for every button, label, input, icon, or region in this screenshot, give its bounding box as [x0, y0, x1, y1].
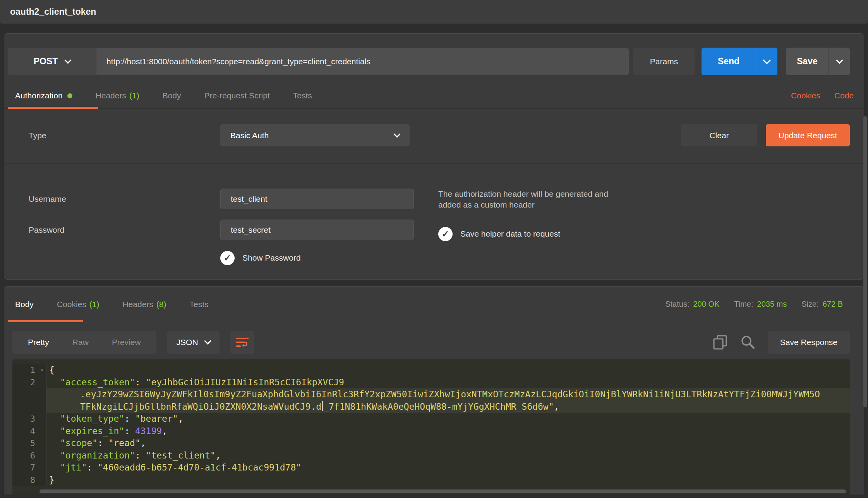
response-tabs: Body Cookies (1) Headers (8) Tests Statu…	[4, 287, 864, 322]
fold-caret-icon[interactable]: ▾	[40, 364, 44, 377]
password-label: Password	[14, 225, 220, 235]
time-value: 2035 ms	[757, 300, 787, 309]
wrap-text-icon	[236, 337, 249, 348]
time-label: Time:	[734, 300, 753, 309]
url-input[interactable]	[96, 48, 629, 75]
tab-response-cookies[interactable]: Cookies (1)	[56, 287, 100, 322]
code-line: 2"access_token": "eyJhbGciOiJIUzI1NiIsIn…	[12, 376, 850, 389]
tab-count: (1)	[129, 91, 139, 100]
save-helper-checkbox[interactable]	[438, 227, 453, 241]
send-options-button[interactable]	[756, 48, 777, 75]
size-value: 672 B	[823, 300, 843, 309]
username-field[interactable]	[220, 189, 414, 209]
tab-label: Headers	[96, 91, 126, 100]
send-button[interactable]: Send	[702, 48, 756, 75]
show-password-label: Show Password	[242, 253, 301, 263]
auth-helper-note: The authorization header will be generat…	[438, 189, 624, 211]
url-row: POST Params Send Save	[4, 34, 864, 83]
params-button[interactable]: Params	[633, 48, 695, 75]
request-links: Cookies Code	[791, 91, 854, 100]
method-dropdown[interactable]: POST	[8, 48, 96, 75]
tab-tests[interactable]: Tests	[292, 83, 313, 108]
copy-icon	[713, 335, 727, 350]
show-password-row: Show Password	[220, 251, 438, 265]
code-link[interactable]: Code	[834, 91, 854, 100]
chevron-down-icon	[763, 56, 771, 64]
tab-body[interactable]: Body	[162, 83, 182, 108]
view-pretty[interactable]: Pretty	[16, 338, 61, 347]
chevron-down-icon	[65, 57, 72, 64]
save-response-button[interactable]: Save Response	[768, 331, 850, 354]
type-label: Type	[14, 131, 220, 140]
tab-response-headers[interactable]: Headers (8)	[122, 287, 167, 322]
format-dropdown[interactable]: JSON	[167, 331, 220, 354]
code-line: TFkNzgiLCJjbGllbnRfaWQiOiJ0ZXN0X2NsaWVud…	[12, 401, 850, 413]
auth-configured-dot	[67, 93, 72, 98]
show-password-checkbox[interactable]	[220, 251, 235, 265]
chevron-down-icon	[836, 57, 843, 64]
view-preview[interactable]: Preview	[100, 338, 153, 347]
search-response-button[interactable]	[740, 334, 756, 350]
tab-label: Tests	[293, 91, 312, 100]
vertical-scrollbar[interactable]	[863, 116, 867, 407]
response-panel: Body Cookies (1) Headers (8) Tests Statu…	[4, 286, 864, 495]
clear-button[interactable]: Clear	[681, 124, 757, 146]
tab-pre-request-script[interactable]: Pre-request Script	[204, 83, 271, 108]
password-field[interactable]	[220, 220, 414, 240]
request-title-bar: oauth2_client_token	[0, 0, 868, 24]
code-line: 1▾{	[12, 364, 850, 376]
copy-response-button[interactable]	[712, 334, 728, 350]
save-options-button[interactable]	[829, 48, 850, 75]
wrap-text-button[interactable]	[230, 331, 254, 354]
response-body-editor[interactable]: 1▾{2"access_token": "eyJhbGciOiJIUzI1NiI…	[12, 359, 850, 495]
tab-response-body[interactable]: Body	[14, 287, 34, 322]
tab-authorization[interactable]: Authorization	[14, 83, 73, 108]
view-raw[interactable]: Raw	[61, 338, 100, 347]
chevron-down-icon	[204, 337, 211, 344]
send-button-group: Send	[702, 48, 777, 75]
tab-response-tests[interactable]: Tests	[189, 287, 209, 322]
url-group: POST	[8, 48, 629, 75]
code-lines: 1▾{2"access_token": "eyJhbGciOiJIUzI1NiI…	[12, 359, 850, 486]
line-number: 1▾	[12, 364, 46, 376]
tab-label: Body	[163, 91, 181, 100]
response-toolbar: Pretty Raw Preview JSON	[4, 331, 864, 354]
send-label: Send	[718, 56, 739, 67]
line-number: 6	[12, 450, 46, 462]
auth-type-row: Type Basic Auth Clear Update Request	[4, 109, 864, 164]
save-helper-row: Save helper data to request	[438, 227, 850, 241]
code-line: 3"token_type": "bearer",	[12, 413, 850, 425]
line-number: 3	[12, 413, 46, 425]
tab-label: Authorization	[15, 91, 63, 100]
update-request-button[interactable]: Update Request	[766, 124, 850, 146]
response-meta: Status: 200 OK Time: 2035 ms Size: 672 B	[665, 300, 854, 309]
auth-credentials: Username Password Show Password	[14, 189, 438, 265]
tab-label: Body	[15, 300, 34, 309]
auth-type-dropdown[interactable]: Basic Auth	[220, 124, 410, 146]
request-panel: POST Params Send Save	[4, 33, 864, 280]
auth-body: Username Password Show Password The auth…	[4, 164, 864, 279]
save-helper-label: Save helper data to request	[460, 229, 560, 239]
save-button[interactable]: Save	[786, 48, 829, 75]
text-caret	[322, 401, 323, 411]
time-indicator: Time: 2035 ms	[734, 300, 787, 309]
format-value: JSON	[177, 338, 198, 347]
line-number: 8	[12, 474, 46, 486]
method-label: POST	[34, 56, 58, 67]
tab-count: (8)	[156, 300, 166, 309]
tab-label: Tests	[189, 300, 208, 309]
status-value: 200 OK	[693, 300, 719, 309]
line-number	[12, 401, 46, 413]
code-line: 8}	[12, 474, 850, 486]
cookies-link[interactable]: Cookies	[791, 91, 820, 100]
status-label: Status:	[665, 300, 689, 309]
save-label: Save	[797, 56, 818, 67]
line-number: 7	[12, 462, 46, 474]
line-number	[12, 388, 46, 401]
size-label: Size:	[801, 300, 818, 309]
request-name: oauth2_client_token	[10, 7, 96, 17]
auth-helper-panel: The authorization header will be generat…	[438, 189, 850, 265]
tab-headers[interactable]: Headers (1)	[95, 83, 140, 108]
tab-label: Cookies	[57, 300, 86, 309]
horizontal-scrollbar[interactable]	[39, 489, 846, 493]
